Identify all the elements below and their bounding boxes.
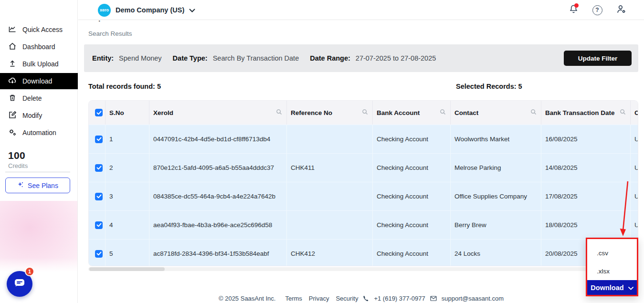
cell-bank-account: Checking Account xyxy=(373,154,451,182)
column-header-bank-transaction-date: Bank Transaction Date xyxy=(541,101,631,125)
entity-value: Spend Money xyxy=(119,54,161,62)
row-checkbox[interactable] xyxy=(95,164,103,172)
column-header-bank-account: Bank Account xyxy=(373,101,451,125)
search-icon[interactable] xyxy=(362,109,368,116)
date-type-value: Search By Transaction Date xyxy=(213,54,299,62)
cell-bank-transaction-date: 17/08/2025 xyxy=(541,182,631,210)
account-settings-button[interactable] xyxy=(615,4,627,16)
sidebar-menu: Quick Access Dashboard Bulk Upload Downl… xyxy=(0,21,78,141)
row-checkbox[interactable] xyxy=(95,250,103,258)
horizontal-scrollbar-track xyxy=(88,267,638,271)
cell-bank-account: Checking Account xyxy=(373,125,451,153)
update-filter-button[interactable]: Update Filter xyxy=(564,51,632,66)
sidebar-item-delete[interactable]: Delete xyxy=(0,90,78,107)
cell-xeroid: 084385ce-dc55-464a-9cb4-a4e224a7642b xyxy=(149,182,287,210)
select-all-checkbox[interactable] xyxy=(95,109,103,116)
cell-contact: 24 Locks xyxy=(451,240,541,266)
app-window: Quick Access Dashboard Bulk Upload Downl… xyxy=(0,0,644,303)
sidebar-item-download[interactable]: Download xyxy=(0,73,78,89)
table-row: 1 0447091c-42b4-4d5e-bd1d-cf8ff6713db4 C… xyxy=(89,125,638,153)
cell-sno: 1 xyxy=(106,125,149,153)
date-range-value: 27-07-2025 to 27-08-2025 xyxy=(356,54,436,62)
sparkle-icon xyxy=(17,181,24,189)
cell-bank-account: Checking Account xyxy=(373,240,451,266)
gears-icon xyxy=(8,128,17,138)
notification-dot xyxy=(574,3,579,8)
xero-logo-icon: xero xyxy=(98,4,111,17)
phone-icon xyxy=(363,295,369,302)
filter-bar: Entity: Spend Money Date Type: Search By… xyxy=(84,44,638,72)
company-name: Demo Company (US) xyxy=(116,6,184,14)
email-icon xyxy=(430,296,437,301)
search-icon[interactable] xyxy=(440,109,446,116)
topbar: xero Demo Company (US) ? xyxy=(78,0,644,20)
company-selector[interactable]: xero Demo Company (US) xyxy=(98,2,195,18)
column-header-sno: S.No xyxy=(106,101,149,125)
sidebar-item-label: Bulk Upload xyxy=(22,60,59,68)
table-row: 3 084385ce-dc55-464a-9cb4-a4e224a7642b C… xyxy=(89,182,638,210)
date-range-label: Date Range: xyxy=(310,54,350,62)
sidebar-item-label: Quick Access xyxy=(22,26,63,33)
credits-divider xyxy=(5,172,70,172)
download-button[interactable]: Download xyxy=(587,280,637,295)
sidebar-item-modify[interactable]: Modify xyxy=(0,107,78,124)
terms-link[interactable]: Terms xyxy=(285,295,302,302)
column-header-currency: Currency xyxy=(631,101,638,125)
sidebar-item-dashboard[interactable]: Dashboard xyxy=(0,38,78,55)
table-row: 4 aea04f93-fbae-4b3a-b96e-ace25c696d58 C… xyxy=(89,210,638,239)
cell-xeroid: 870e12c1-5afd-4095-a6a5-b55aa4dddc37 xyxy=(149,154,287,182)
notifications-button[interactable] xyxy=(568,4,579,16)
row-checkbox[interactable] xyxy=(95,221,103,229)
cell-bank-account: Checking Account xyxy=(373,211,451,239)
footer: © 2025 SaasAnt Inc. Terms Privacy Securi… xyxy=(78,295,644,302)
cell-sno: 3 xyxy=(106,182,149,210)
sidebar-item-label: Dashboard xyxy=(22,43,55,51)
upload-icon xyxy=(8,59,17,69)
entity-label: Entity: xyxy=(92,54,114,62)
sidebar-pink-fade xyxy=(0,258,77,272)
menu-item-xlsx[interactable]: .xlsx xyxy=(587,262,637,280)
breadcrumb: Search Results xyxy=(88,30,132,37)
help-button[interactable]: ? xyxy=(591,4,603,16)
cell-xeroid: aea04f93-fbae-4b3a-b96e-ace25c696d58 xyxy=(149,211,287,239)
row-checkbox[interactable] xyxy=(95,193,103,200)
security-link[interactable]: Security xyxy=(336,295,358,302)
search-icon[interactable] xyxy=(620,109,626,116)
cell-currency: USD xyxy=(631,125,638,153)
trash-icon xyxy=(8,94,17,104)
home-icon xyxy=(8,42,17,52)
sidebar-item-automation[interactable]: Automation xyxy=(0,124,78,141)
see-plans-label: See Plans xyxy=(28,182,58,189)
search-icon[interactable] xyxy=(276,109,282,116)
cell-contact: Woolworths Market xyxy=(451,125,541,153)
sidebar-item-bulk-upload[interactable]: Bulk Upload xyxy=(0,55,78,73)
cell-xeroid: 0447091c-42b4-4d5e-bd1d-cf8ff6713db4 xyxy=(149,125,287,153)
cell-reference-no xyxy=(287,211,373,239)
table-row: 2 870e12c1-5afd-4095-a6a5-b55aa4dddc37 C… xyxy=(89,153,638,182)
topbar-icons: ? xyxy=(568,4,627,16)
results-table: S.No XeroId Reference No Bank Account Co… xyxy=(88,100,638,266)
column-header-xeroid: XeroId xyxy=(149,101,287,125)
cell-reference-no xyxy=(287,182,373,210)
credits-value: 100 xyxy=(8,150,25,161)
sidebar-item-quick-access[interactable]: Quick Access xyxy=(0,21,78,38)
sidebar-item-label: Download xyxy=(22,77,52,85)
horizontal-scrollbar-thumb[interactable] xyxy=(89,267,165,271)
help-icon: ? xyxy=(592,5,602,15)
phone-link[interactable]: +1 (619) 377-0977 xyxy=(374,295,425,302)
cell-bank-account: Checking Account xyxy=(373,182,451,210)
search-icon[interactable] xyxy=(530,109,537,116)
cell-bank-transaction-date: 16/08/2025 xyxy=(541,125,631,153)
email-link[interactable]: support@saasant.com xyxy=(442,295,504,302)
edit-icon xyxy=(8,111,17,121)
privacy-link[interactable]: Privacy xyxy=(309,295,329,302)
chat-icon xyxy=(13,278,26,290)
see-plans-button[interactable]: See Plans xyxy=(5,178,70,193)
cell-sno: 4 xyxy=(106,211,149,239)
menu-item-csv[interactable]: .csv xyxy=(587,244,637,262)
column-header-reference-no: Reference No xyxy=(287,101,373,125)
download-format-menu: .csv .xlsx xyxy=(587,239,637,280)
sidebar-item-label: Automation xyxy=(22,129,56,136)
row-checkbox[interactable] xyxy=(95,136,103,143)
cell-currency: USD xyxy=(631,154,638,182)
